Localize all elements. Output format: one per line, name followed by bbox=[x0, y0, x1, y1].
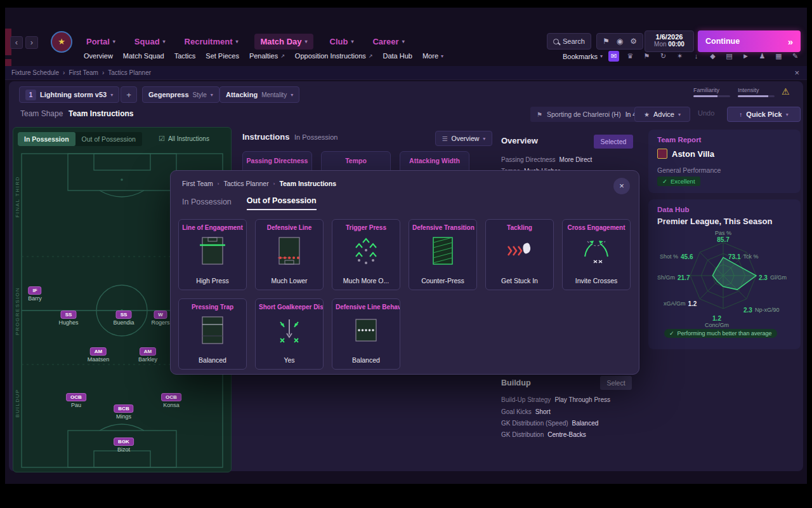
performance-value: Excellent bbox=[671, 178, 695, 185]
forward-button[interactable]: › bbox=[25, 36, 38, 49]
search-button[interactable]: Search bbox=[547, 33, 591, 50]
world-icon[interactable]: ◉ bbox=[617, 37, 623, 46]
nav-opposition-instructions[interactable]: Opposition Instructions↗ bbox=[295, 52, 373, 60]
card-defensive-transition[interactable]: Defensive Transition Counter-Press bbox=[409, 219, 477, 290]
quick-pick-button[interactable]: ↑ Quick Pick ▾ bbox=[727, 107, 801, 122]
intensity-bar bbox=[738, 95, 775, 97]
crumb-tactics-planner[interactable]: Tactics Planner bbox=[108, 69, 151, 76]
modal-tab-out-of-possession[interactable]: Out of Possession bbox=[247, 196, 317, 210]
game-date-control[interactable]: 1/6/2026 Mon 00:00 bbox=[645, 30, 694, 52]
player-rogers[interactable]: WRogers bbox=[151, 307, 169, 326]
gear-icon[interactable]: ⚙ bbox=[630, 37, 637, 46]
nav-match-squad[interactable]: Match Squad bbox=[123, 52, 164, 60]
card-title: Trigger Press bbox=[332, 224, 400, 231]
chevron-down-icon: ▾ bbox=[291, 92, 293, 98]
achievements-icon[interactable]: ✶ bbox=[674, 51, 685, 62]
player-maatsen[interactable]: AMMaatsen bbox=[88, 344, 110, 363]
card-trigger-press[interactable]: Trigger Press Much More O... bbox=[332, 219, 400, 290]
crumb-fixture-schedule[interactable]: Fixture Schedule bbox=[11, 69, 59, 76]
card-short-goalkeeper-distribution[interactable]: Short Goalkeeper Distr Yes bbox=[255, 298, 324, 370]
search-label: Search bbox=[563, 37, 585, 45]
all-instructions-toggle[interactable]: ☑ All Instructions bbox=[159, 135, 209, 143]
player-barry[interactable]: IFBarry bbox=[28, 283, 42, 302]
tab-label: In Possession bbox=[182, 197, 232, 206]
nav-overview[interactable]: Overview bbox=[84, 52, 113, 60]
downloads-icon[interactable]: ↓ bbox=[691, 51, 702, 62]
view-mode-dropdown[interactable]: ☰ Overview ▾ bbox=[435, 131, 492, 146]
card-defensive-line[interactable]: Defensive Line Much Lower bbox=[255, 219, 324, 290]
segment-in-possession[interactable]: In Possession bbox=[18, 132, 75, 146]
selected-button[interactable]: Selected bbox=[594, 135, 633, 149]
staff-icon[interactable]: ♟ bbox=[757, 51, 768, 62]
reports-icon[interactable]: ▤ bbox=[724, 51, 735, 62]
crumb-separator: › bbox=[102, 69, 104, 76]
defensive-line-icon bbox=[275, 235, 303, 267]
menu-item-portal[interactable]: Portal▾ bbox=[84, 34, 118, 50]
player-bizot[interactable]: BGKBizot bbox=[114, 434, 134, 453]
sync-icon[interactable]: ↻ bbox=[658, 51, 669, 62]
competition-icon[interactable]: ♛ bbox=[625, 51, 636, 62]
continue-button[interactable]: Continue » bbox=[698, 30, 801, 52]
style-selector[interactable]: Gegenpress Style ▾ bbox=[142, 86, 219, 103]
nav-more[interactable]: More▾ bbox=[422, 52, 443, 60]
modal-tab-in-possession[interactable]: In Possession bbox=[182, 197, 232, 210]
menu-item-recruitment[interactable]: Recruitment▾ bbox=[182, 34, 241, 50]
modal-crumb-tactics-planner[interactable]: Tactics Planner bbox=[224, 180, 269, 187]
card-line-of-engagement[interactable]: Line of Engagement High Press bbox=[178, 219, 247, 290]
stat-value: 2.3 bbox=[743, 307, 752, 314]
nav-label: More bbox=[422, 52, 438, 60]
club-crest-aston-villa[interactable]: ★ bbox=[51, 31, 72, 53]
tactic-selector[interactable]: 1 Lightning storm v53 ▾ bbox=[19, 86, 119, 103]
player-konsa[interactable]: OCBKonsa bbox=[161, 390, 181, 408]
stat-label: Conc/Gm bbox=[695, 322, 739, 328]
mentality-selector[interactable]: Attacking Mentality ▾ bbox=[219, 86, 299, 103]
card-pressing-trap[interactable]: Pressing Trap Balanced bbox=[178, 298, 247, 370]
nav-set-pieces[interactable]: Set Pieces bbox=[206, 52, 239, 60]
promotion-icon[interactable]: ► bbox=[740, 51, 751, 62]
nav-data-hub[interactable]: Data Hub bbox=[383, 52, 412, 60]
warning-icon[interactable]: ⚠ bbox=[782, 86, 790, 97]
schedule-icon[interactable]: ▦ bbox=[773, 51, 784, 62]
card-title: Pressing Trap bbox=[179, 304, 246, 311]
bookmarks-menu[interactable]: Bookmarks▾ bbox=[563, 53, 603, 60]
buildup-select-button[interactable]: Select bbox=[600, 376, 632, 390]
menu-item-match-day[interactable]: Match Day▾ bbox=[254, 34, 313, 50]
menu-label: Career bbox=[372, 37, 398, 46]
player-pau[interactable]: OCBPau bbox=[66, 390, 86, 408]
card-tackling[interactable]: Tackling Get Stuck In bbox=[485, 219, 554, 290]
nav-tactics[interactable]: Tactics bbox=[174, 52, 196, 60]
team-report-card[interactable]: Team Report Aston Villa General Performa… bbox=[648, 130, 801, 193]
modal-close-button[interactable]: × bbox=[613, 178, 630, 194]
notes-icon[interactable]: ✎ bbox=[790, 51, 801, 62]
menu-item-club[interactable]: Club▾ bbox=[327, 34, 357, 50]
undo-button[interactable]: Undo bbox=[698, 109, 714, 117]
nav-penalties[interactable]: Penalties↗ bbox=[249, 52, 285, 60]
finances-icon[interactable]: ◆ bbox=[707, 51, 718, 62]
advice-button[interactable]: ★ Advice ▾ bbox=[634, 107, 690, 122]
add-tactic-button[interactable]: + bbox=[121, 86, 137, 103]
close-screen-icon[interactable]: × bbox=[794, 68, 799, 77]
stat-value: 1.2 bbox=[688, 300, 697, 307]
player-mings[interactable]: BCBMings bbox=[114, 401, 133, 420]
player-hughes[interactable]: SSHughes bbox=[58, 307, 78, 326]
crumb-first-team[interactable]: First Team bbox=[69, 69, 98, 76]
tab-team-shape[interactable]: Team Shape bbox=[20, 109, 63, 118]
back-button[interactable]: ‹ bbox=[10, 36, 23, 49]
inbox-icon[interactable]: ✉ bbox=[608, 51, 619, 62]
menu-item-squad[interactable]: Squad▾ bbox=[132, 34, 168, 50]
player-position-badge: W bbox=[154, 311, 167, 319]
player-buendia[interactable]: SSBuendia bbox=[113, 307, 134, 326]
player-barkley[interactable]: AMBarkley bbox=[138, 344, 157, 363]
menu-item-career[interactable]: Career▾ bbox=[370, 34, 407, 50]
modal-crumb-first-team[interactable]: First Team bbox=[182, 180, 213, 187]
cross-engagement-icon bbox=[582, 235, 610, 267]
nav-label: Set Pieces bbox=[206, 52, 239, 60]
club-flag-icon[interactable]: ⚑ bbox=[641, 51, 652, 62]
card-defensive-line-behaviour[interactable]: Defensive Line Behavio Balanced bbox=[332, 298, 400, 370]
card-cross-engagement[interactable]: Cross Engagement Invite Crosses bbox=[562, 219, 631, 290]
tab-team-instructions[interactable]: Team Instructions bbox=[69, 109, 133, 118]
segment-out-of-possession[interactable]: Out of Possession bbox=[75, 132, 142, 146]
menu-icon: ☰ bbox=[442, 135, 448, 142]
row-label: Passing Directness bbox=[501, 156, 556, 163]
bookmark-icon[interactable]: ⚑ bbox=[603, 37, 610, 46]
